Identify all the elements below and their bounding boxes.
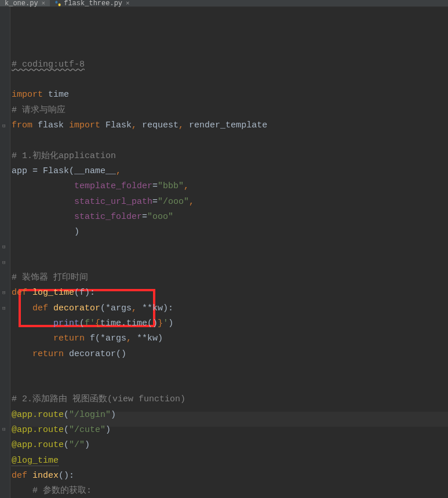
code-editor[interactable]: ⊟ ⊟ ⊟ ⊡ ⊡ ⊟ # coding:utf-8 import time #… (0, 7, 448, 498)
code-content: # coding:utf-8 import time # 请求与响应 from … (12, 57, 448, 498)
fold-icon[interactable]: ⊟ (2, 123, 8, 129)
tab-k-one[interactable]: k_one.py × (0, 0, 50, 6)
tab-flask-three[interactable]: flask_three.py × (50, 0, 134, 6)
gutter: ⊟ ⊟ ⊟ ⊡ ⊡ ⊟ (0, 7, 10, 498)
fold-icon[interactable]: ⊡ (2, 306, 8, 312)
code-comment: # coding:utf-8 (12, 60, 85, 69)
tab-bar: k_one.py × flask_three.py × (0, 0, 448, 7)
close-icon[interactable]: × (42, 0, 46, 7)
tab-label: k_one.py (5, 0, 38, 8)
fold-icon[interactable]: ⊟ (2, 427, 8, 433)
svg-rect-1 (59, 3, 61, 6)
svg-rect-0 (56, 1, 58, 3)
tab-label: flask_three.py (64, 0, 122, 8)
python-file-icon (54, 0, 61, 7)
fold-icon[interactable]: ⊡ (2, 290, 8, 296)
close-icon[interactable]: × (126, 0, 130, 7)
code-area[interactable]: # coding:utf-8 import time # 请求与响应 from … (10, 7, 448, 498)
fold-icon[interactable]: ⊟ (2, 260, 8, 266)
fold-icon[interactable]: ⊟ (2, 244, 8, 250)
